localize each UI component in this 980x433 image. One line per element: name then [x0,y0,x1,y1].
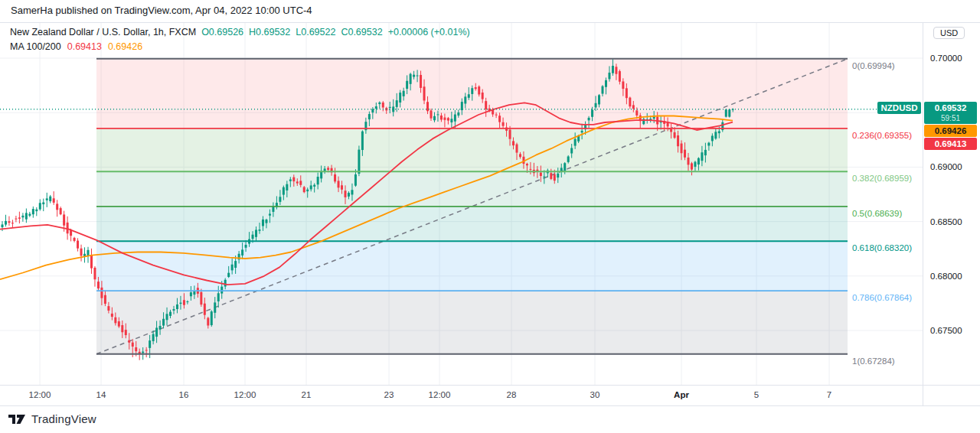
legend-symbol-row[interactable]: New Zealand Dollar / U.S. Dollar, 1h, FX… [10,25,470,39]
fib-label-1: 1(0.67284) [852,356,895,366]
time-label-Apr: Apr [657,390,706,399]
ohlc-o: O0.69526 [201,27,243,37]
ohlc-l: L0.69522 [296,27,335,37]
time-label-23: 23 [364,390,413,399]
currency-badge[interactable]: USD [933,27,965,39]
candlestick-chart-canvas[interactable] [0,0,980,433]
price-tick-0.69000: 0.69000 [930,161,962,172]
tradingview-snapshot: SamerHa published on TradingView.com, Ap… [0,0,980,433]
time-label-21: 21 [282,390,331,399]
legend-ma-row[interactable]: MA 100/2000.694130.69426 [10,40,470,54]
time-label-16: 16 [159,390,208,399]
ma-indicator-label[interactable]: MA 100/200 [10,41,61,52]
price-axis-border [923,22,923,405]
fib-label-0.5: 0.5(0.68639) [852,209,902,219]
header-divider [0,22,980,23]
ma200-price-badge: 0.69426 [924,125,977,137]
bar-countdown: 59:51 [924,114,977,123]
last-price-value: 0.69532 [924,102,977,114]
fib-label-0: 0(0.69994) [852,61,895,71]
price-tick-0.68500: 0.68500 [930,216,962,227]
time-axis-border-top [0,385,980,386]
time-label-30: 30 [570,390,619,399]
time-label-28: 28 [487,390,536,399]
symbol-price-flag: NZDUSD [877,102,921,114]
time-label-14: 14 [77,390,126,399]
price-tick-0.68000: 0.68000 [930,271,962,282]
price-tick-0.67500: 0.67500 [930,325,962,336]
time-axis-border-bottom [0,405,980,406]
time-label-12:00: 12:00 [15,390,64,399]
fib-label-0.382: 0.382(0.68959) [852,174,912,184]
tradingview-logo[interactable]: TradingView [8,412,96,425]
ohlc-c: C0.69532 [341,27,382,37]
time-label-12:00: 12:00 [220,390,270,399]
tradingview-logo-icon [8,412,26,425]
chart-legend: New Zealand Dollar / U.S. Dollar, 1h, FX… [10,25,470,54]
ma100-price-badge: 0.69413 [924,138,977,150]
time-label-7: 7 [805,390,854,399]
price-tick-0.70000: 0.70000 [930,53,962,63]
fib-label-0.236: 0.236(0.69355) [852,131,912,141]
last-price-badge: 0.69532 59:51 [924,102,977,124]
ohlc-h: H0.69532 [249,27,290,37]
fib-label-0.786: 0.786(0.67864) [852,293,912,303]
symbol-title[interactable]: New Zealand Dollar / U.S. Dollar, 1h, FX… [10,27,196,37]
ma200-value: 0.69426 [108,41,142,52]
time-label-12:00: 12:00 [415,390,464,399]
ma100-value: 0.69413 [67,41,102,52]
fib-label-0.618: 0.618(0.68320) [852,243,912,253]
time-label-5: 5 [732,390,781,399]
tradingview-logo-text: TradingView [31,412,96,425]
ohlc-values: O0.69526H0.69532L0.69522C0.69532+0.00006… [196,27,470,37]
change-value: +0.00006 (+0.01%) [388,27,470,37]
